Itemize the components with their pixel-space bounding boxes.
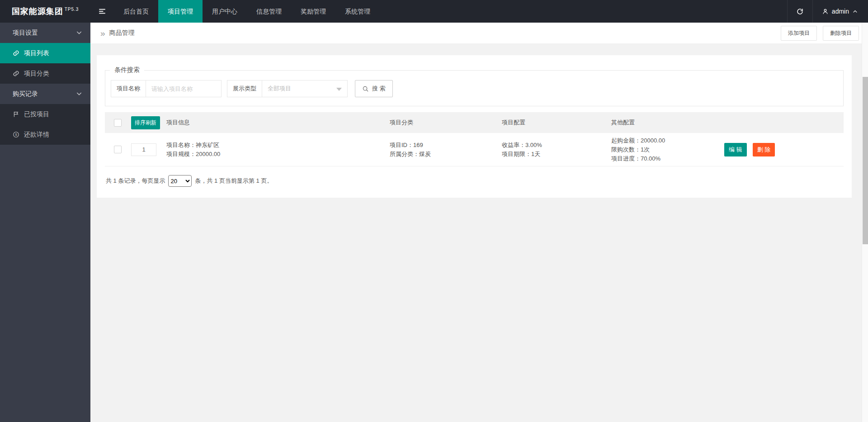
breadcrumb-title: 商品管理 <box>109 29 135 37</box>
app-logo: 国家能源集团TP5.3 <box>0 0 90 23</box>
project-id-line: 项目ID：169 <box>390 141 502 149</box>
sidebar-item-label: 项目列表 <box>24 49 49 57</box>
project-class-line: 所属分类：煤炭 <box>390 150 502 158</box>
sidebar-item-project-list[interactable]: 项目列表 <box>0 43 90 63</box>
project-term-line: 项目期限：1天 <box>502 150 611 158</box>
project-name-label: 项目名称 <box>111 80 146 97</box>
sidebar-item-invested-projects[interactable]: 已投项目 <box>0 104 90 124</box>
page-toolbar: 添加项目 删除项目 <box>781 26 859 41</box>
project-name-group: 项目名称 <box>111 80 222 97</box>
sort-order-input[interactable] <box>131 143 156 156</box>
sidebar-group-purchase-records[interactable]: 购买记录 <box>0 84 90 104</box>
nav-item-system-management[interactable]: 系统管理 <box>335 0 380 23</box>
chevron-down-icon <box>75 90 83 97</box>
username: admin <box>832 8 849 15</box>
chevron-up-icon <box>852 9 858 14</box>
nav-item-project-management[interactable]: 项目管理 <box>158 0 203 23</box>
display-type-group: 展示类型 全部项目 <box>227 80 348 97</box>
link-icon <box>13 50 19 57</box>
search-button-label: 搜 索 <box>372 85 386 93</box>
svg-text:$: $ <box>15 133 17 137</box>
project-list-card: 条件搜索 项目名称 展示类型 全部项目 <box>97 55 852 198</box>
project-table: 排序刷新 项目信息 项目分类 项目配置 其他配置 项目名称：神东矿区 项目规模：… <box>105 112 844 166</box>
display-type-select[interactable]: 全部项目 <box>262 80 348 97</box>
pagination: 共 1 条记录，每页显示 20 条，共 1 页当前显示第 1 页。 <box>105 166 844 187</box>
breadcrumb-bar: » 商品管理 添加项目 删除项目 <box>90 23 868 43</box>
yield-rate-line: 收益率：3.00% <box>502 141 611 149</box>
sidebar: 项目设置 项目列表 项目分类 购买记录 已投项目 $ 还款详情 <box>0 23 90 422</box>
search-legend: 条件搜索 <box>110 66 144 74</box>
table-row: 项目名称：神东矿区 项目规模：20000.00 项目ID：169 所属分类：煤炭… <box>105 133 844 166</box>
sidebar-group-label: 购买记录 <box>13 90 38 98</box>
scrollbar-thumb[interactable] <box>863 77 868 244</box>
sidebar-group-project-settings[interactable]: 项目设置 <box>0 23 90 43</box>
menu-toggle-icon[interactable] <box>90 0 114 23</box>
user-icon <box>822 8 829 15</box>
display-type-label: 展示类型 <box>227 80 262 97</box>
sidebar-item-label: 已投项目 <box>24 110 49 119</box>
row-checkbox[interactable] <box>114 146 122 153</box>
column-header-other-config: 其他配置 <box>611 119 724 127</box>
nav-item-info-management[interactable]: 信息管理 <box>247 0 291 23</box>
column-header-project-category: 项目分类 <box>390 119 502 127</box>
header-right: admin <box>787 0 868 23</box>
vertical-scrollbar[interactable] <box>862 23 868 422</box>
cell-project-config: 收益率：3.00% 项目期限：1天 <box>502 140 611 159</box>
select-all-checkbox[interactable] <box>114 119 122 127</box>
nav-item-dashboard[interactable]: 后台首页 <box>114 0 158 23</box>
project-name-input[interactable] <box>146 80 222 97</box>
delete-button[interactable]: 删 除 <box>753 143 775 156</box>
nav-item-reward-management[interactable]: 奖励管理 <box>291 0 335 23</box>
pagination-suffix: 条，共 1 页当前显示第 1 页。 <box>195 177 273 185</box>
edit-button[interactable]: 编 辑 <box>724 143 747 156</box>
page-size-select[interactable]: 20 <box>168 175 192 187</box>
min-purchase-line: 起购金额：20000.00 <box>611 137 724 144</box>
delete-project-button[interactable]: 删除项目 <box>823 26 859 41</box>
search-fieldset: 条件搜索 项目名称 展示类型 全部项目 <box>105 66 844 106</box>
flag-icon <box>13 111 19 118</box>
app-logo-text: 国家能源集团 <box>12 6 63 17</box>
search-form: 项目名称 展示类型 全部项目 搜 索 <box>105 74 843 106</box>
sidebar-item-label: 还款详情 <box>24 131 49 139</box>
main-area: » 商品管理 添加项目 删除项目 条件搜索 项目名称 展示类型 全部项目 <box>90 23 868 422</box>
chevron-down-icon <box>75 29 83 36</box>
cell-other-config: 起购金额：20000.00 限购次数：1次 项目进度：70.00% <box>611 135 724 164</box>
add-project-button[interactable]: 添加项目 <box>781 26 817 41</box>
sidebar-item-project-category[interactable]: 项目分类 <box>0 63 90 84</box>
cell-project-category: 项目ID：169 所属分类：煤炭 <box>390 140 502 159</box>
link-icon <box>13 70 19 77</box>
progress-line: 项目进度：70.00% <box>611 155 724 162</box>
caret-down-icon <box>336 88 342 91</box>
sidebar-item-label: 项目分类 <box>24 70 49 78</box>
breadcrumb-arrow-icon: » <box>100 29 105 38</box>
pagination-prefix: 共 1 条记录，每页显示 <box>106 177 165 185</box>
purchase-limit-line: 限购次数：1次 <box>611 146 724 153</box>
search-button[interactable]: 搜 索 <box>355 80 393 97</box>
top-header: 国家能源集团TP5.3 后台首页 项目管理 用户中心 信息管理 奖励管理 系统管… <box>0 0 868 23</box>
dollar-circle-icon: $ <box>13 131 19 138</box>
cell-project-info: 项目名称：神东矿区 项目规模：20000.00 <box>166 140 390 159</box>
top-nav: 后台首页 项目管理 用户中心 信息管理 奖励管理 系统管理 <box>114 0 380 23</box>
table-header-row: 排序刷新 项目信息 项目分类 项目配置 其他配置 <box>105 112 844 133</box>
sidebar-group-label: 项目设置 <box>13 29 38 37</box>
content: 条件搜索 项目名称 展示类型 全部项目 <box>90 43 868 198</box>
user-menu[interactable]: admin <box>812 0 868 23</box>
display-type-value: 全部项目 <box>268 85 291 93</box>
nav-item-user-center[interactable]: 用户中心 <box>203 0 247 23</box>
project-name-line: 项目名称：神东矿区 <box>166 141 390 149</box>
project-scale-line: 项目规模：20000.00 <box>166 150 390 158</box>
app-logo-version: TP5.3 <box>65 7 79 12</box>
refresh-icon[interactable] <box>787 0 812 23</box>
sort-refresh-button[interactable]: 排序刷新 <box>131 116 160 129</box>
column-header-project-config: 项目配置 <box>502 119 611 127</box>
sidebar-item-repayment-details[interactable]: $ 还款详情 <box>0 124 90 145</box>
column-header-project-info: 项目信息 <box>166 119 390 127</box>
